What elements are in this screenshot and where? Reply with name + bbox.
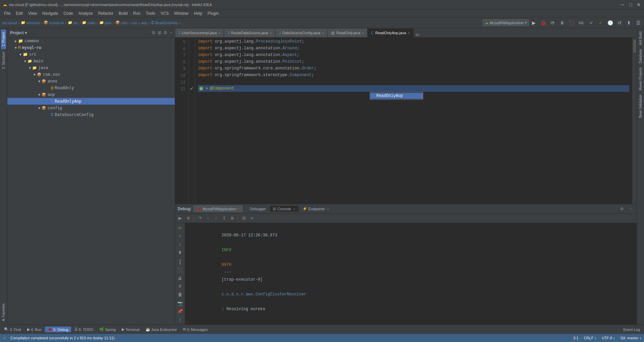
menu-plugin[interactable]: Plugin bbox=[205, 10, 221, 16]
tree-item-com-xsn[interactable]: ▼ 📦 com.xsn bbox=[7, 71, 175, 78]
panel-settings-icon[interactable]: ⚙ bbox=[619, 206, 625, 212]
debug-button[interactable]: 🐞 bbox=[540, 19, 547, 26]
debug-restart-btn[interactable]: ⟳ bbox=[176, 224, 184, 232]
tab-datasourceconfig[interactable]: J DataSourceConfig.java × bbox=[275, 28, 327, 37]
debug-more-btn[interactable]: ⋮ bbox=[176, 316, 184, 323]
menu-file[interactable]: File bbox=[1, 10, 13, 16]
breadcrumb-com[interactable]: com bbox=[121, 21, 128, 25]
tree-arrow-java[interactable]: ▼ bbox=[28, 66, 32, 70]
tab-close-readonly[interactable]: × bbox=[362, 31, 364, 35]
messages-tab[interactable]: ✉ 0: Messages bbox=[180, 327, 210, 332]
tab-close-userserviceimpl[interactable]: × bbox=[218, 31, 220, 35]
line-separator[interactable]: CRLF ↕ bbox=[584, 336, 596, 340]
console-output[interactable]: 2020-06-17 12:26:30.973 INFO 6976 --- [t… bbox=[185, 223, 637, 325]
tree-item-aop[interactable]: ▼ 📦 aop bbox=[7, 91, 175, 98]
debug-pin-btn[interactable]: 📌 bbox=[176, 308, 184, 315]
toolbar-frames-btn[interactable]: ⊞ bbox=[240, 215, 248, 222]
tree-item-config[interactable]: ▼ 📦 config bbox=[7, 105, 175, 111]
toolbar-step-over-btn[interactable]: ↷ bbox=[196, 215, 204, 222]
autocomplete-item-readonlyaop[interactable]: C ReadOnlyAop bbox=[370, 93, 423, 99]
todo-tab[interactable]: ☰ 6: TODO bbox=[72, 327, 96, 332]
breadcrumb-mysql-rw[interactable]: mysql-rw bbox=[49, 21, 64, 25]
menu-window[interactable]: Window bbox=[171, 10, 191, 16]
git-push[interactable]: ⬆ bbox=[625, 19, 633, 26]
tab-routedatasource[interactable]: J RouteDataSource.java × bbox=[224, 28, 275, 37]
debug-delete-btn[interactable]: 🗑 bbox=[176, 291, 184, 298]
menu-navigate[interactable]: Navigate bbox=[40, 10, 61, 16]
git-history[interactable]: 🕒 bbox=[606, 19, 614, 26]
tree-arrow-aop[interactable]: ▼ bbox=[37, 93, 42, 97]
tree-item-common[interactable]: ▶ 📁 common bbox=[7, 38, 175, 44]
maven-projects-tab[interactable]: Maven Projects bbox=[638, 65, 643, 93]
menu-edit[interactable]: Edit bbox=[13, 10, 25, 16]
breadcrumb-my-cloud[interactable]: my-cloud bbox=[2, 21, 17, 25]
git-commit[interactable]: ✓ bbox=[597, 19, 604, 26]
debug-down-btn[interactable]: ↓ bbox=[176, 241, 184, 248]
menu-analyze[interactable]: Analyze bbox=[76, 10, 96, 16]
menu-tools[interactable]: Tools bbox=[143, 10, 158, 16]
menu-build[interactable]: Build bbox=[116, 10, 130, 16]
breadcrumb-readonlyaop[interactable]: ReadOnlyAop bbox=[155, 21, 178, 25]
debug-session-tab[interactable]: 🐞 MysqlRWApplication × bbox=[194, 206, 243, 212]
sidebar-hide-icon[interactable]: − bbox=[169, 30, 172, 35]
run-button[interactable]: ▶ bbox=[530, 19, 538, 26]
scrollbar-thumb[interactable] bbox=[633, 40, 636, 53]
menu-refactor[interactable]: Refactor bbox=[96, 10, 116, 16]
ant-build-tab[interactable]: Ant Build bbox=[638, 30, 643, 47]
editor-scrollbar[interactable] bbox=[632, 38, 637, 204]
minimize-button[interactable]: ─ bbox=[620, 2, 625, 7]
run-tab[interactable]: ▶ 4: Run bbox=[24, 327, 44, 332]
sidebar-settings2-icon[interactable]: ⚙ bbox=[163, 30, 167, 35]
debug-stop-btn[interactable]: ⬛ bbox=[176, 266, 184, 274]
tree-arrow-main[interactable]: ▼ bbox=[23, 59, 28, 63]
breadcrumb-aop[interactable]: aop bbox=[141, 21, 147, 25]
tree-item-mysql-rw[interactable]: ▼ M mysql-rw bbox=[7, 44, 175, 51]
tab-readonlyaop[interactable]: C ReadOnlyAop.java × bbox=[368, 28, 414, 37]
menu-view[interactable]: View bbox=[25, 10, 40, 16]
tree-item-readonly[interactable]: @ ReadOnly bbox=[7, 84, 175, 91]
tree-arrow-common[interactable]: ▶ bbox=[13, 39, 18, 43]
profile-button[interactable]: ⏸ bbox=[558, 19, 566, 26]
find-tab[interactable]: 🔍 3: Find bbox=[1, 327, 24, 332]
tree-arrow-com-xsn[interactable]: ▼ bbox=[32, 73, 37, 76]
toolbar-step-out-btn[interactable]: ↑ bbox=[212, 215, 220, 222]
tree-item-main[interactable]: ▼ 📁 main bbox=[7, 58, 175, 64]
sidebar-project-tab[interactable]: 1: Project bbox=[1, 30, 6, 49]
breadcrumb-main[interactable]: main bbox=[87, 21, 95, 25]
debug-camera-btn[interactable]: 📷 bbox=[176, 299, 184, 307]
panel-minimize-icon[interactable]: − bbox=[627, 206, 634, 212]
breadcrumb-xsn[interactable]: xsn bbox=[131, 21, 137, 25]
tree-item-anno[interactable]: ▼ 📦 anno bbox=[7, 78, 175, 84]
sidebar-settings-icon[interactable]: ⚙ bbox=[152, 30, 156, 35]
breadcrumb-java[interactable]: java bbox=[105, 21, 111, 25]
git-branch[interactable]: Git: master ↕ bbox=[621, 336, 641, 340]
git-update[interactable]: ✔ bbox=[588, 19, 595, 26]
encoding[interactable]: UTF-8 ↕ bbox=[602, 336, 615, 340]
tree-item-datasourceconfig[interactable]: C DataSourceConfig bbox=[7, 111, 175, 118]
toolbar-vars-btn[interactable]: ≡ bbox=[248, 215, 256, 222]
bean-validation-tab[interactable]: Bean Validation bbox=[638, 93, 643, 120]
code-editor[interactable]: 5 6 7 8 9 10 11 12 bbox=[175, 38, 637, 204]
breadcrumb-services[interactable]: services bbox=[26, 21, 40, 25]
debug-filter-btn[interactable]: // bbox=[176, 283, 184, 290]
tree-arrow-config[interactable]: ▼ bbox=[37, 106, 42, 110]
menu-vcs[interactable]: VCS bbox=[158, 10, 172, 16]
close-button[interactable]: ✕ bbox=[636, 2, 641, 7]
stop-button[interactable]: ⬛ bbox=[568, 19, 575, 26]
sidebar-favorites-tab[interactable]: ★ Favorites bbox=[1, 301, 6, 325]
toolbar-resume-btn[interactable]: ▶ bbox=[176, 215, 184, 222]
toolbar-evaluate-btn[interactable]: ⊕ bbox=[228, 215, 236, 222]
event-log-btn[interactable]: Event Log bbox=[621, 327, 643, 332]
bottom-tab-endpoints[interactable]: ⚡ Endpoints → bbox=[300, 206, 332, 212]
tree-item-src[interactable]: ▼ 📁 src bbox=[7, 51, 175, 58]
java-enterprise-tab[interactable]: ☕ Java Enterprise bbox=[143, 327, 179, 332]
toolbar-pause-btn[interactable]: ⏸ bbox=[184, 215, 192, 222]
more-tabs-button[interactable]: ▾5 bbox=[414, 33, 422, 37]
tree-arrow-src[interactable]: ▼ bbox=[18, 53, 23, 56]
sidebar-layout-icon[interactable]: ⊞ bbox=[158, 30, 161, 35]
debug-session-close[interactable]: × bbox=[238, 207, 239, 211]
debug-up-btn[interactable]: ↑ bbox=[176, 232, 184, 240]
toolbar-step-into-btn[interactable]: ↓ bbox=[204, 215, 212, 222]
fold-triangle[interactable]: ▶ bbox=[205, 85, 210, 92]
debug-pause-btn[interactable]: ⏸ bbox=[176, 249, 184, 256]
